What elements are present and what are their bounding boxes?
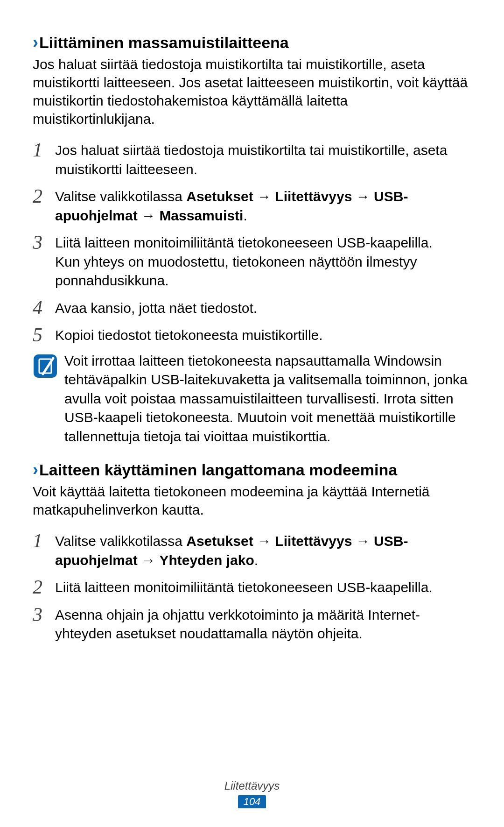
note-icon [33,352,61,446]
footer-page-number: 104 [238,795,266,808]
section2-step-3: 3 Asenna ohjain ja ohjattu verkkotoimint… [33,604,471,643]
section2-heading-text: Laitteen käyttäminen langattomana modeem… [39,461,397,479]
step-number: 1 [33,530,55,570]
step-body: Asenna ohjain ja ohjattu verkkotoiminto … [55,604,471,643]
section1-note: Voit irrottaa laitteen tietokoneesta nap… [33,352,471,446]
section1-intro: Jos haluat siirtää tiedostoja muistikort… [33,55,471,128]
arrow-text: → [138,208,160,223]
section2-heading: › Laitteen käyttäminen langattomana mode… [33,460,471,480]
section1-step-1: 1 Jos haluat siirtää tiedostoja muistiko… [33,139,471,179]
section1-heading-text: Liittäminen massamuistilaitteena [39,34,289,52]
section1-heading: › Liittäminen massamuistilaitteena [33,33,471,52]
bold-part: Asetukset [186,189,253,204]
step-body: Kopioi tiedostot tietokoneesta muistikor… [55,324,471,345]
step-number: 3 [33,604,55,643]
step-number: 3 [33,232,55,290]
step-number: 1 [33,139,55,179]
step-pre: Valitse valikkotilassa [55,533,186,549]
section1-step-5: 5 Kopioi tiedostot tietokoneesta muistik… [33,324,471,345]
section2-step-1: 1 Valitse valikkotilassa Asetukset → Lii… [33,530,471,570]
arrow-text: → [253,189,275,204]
section1-step-3: 3 Liitä laitteen monitoimiliitäntä tieto… [33,232,471,290]
step-body: Liitä laitteen monitoimiliitäntä tietoko… [55,576,471,597]
section2-step-2: 2 Liitä laitteen monitoimiliitäntä tieto… [33,576,471,597]
chevron-icon: › [33,33,36,52]
step-number: 2 [33,576,55,597]
bold-part: Liitettävyys [275,533,352,549]
step-body: Valitse valikkotilassa Asetukset → Liite… [55,530,471,570]
section1-step-2: 2 Valitse valikkotilassa Asetukset → Lii… [33,185,471,225]
section1-step-4: 4 Avaa kansio, jotta näet tiedostot. [33,297,471,318]
bold-part: Asetukset [186,533,253,549]
arrow-text: → [138,552,160,568]
bold-part: Liitettävyys [275,189,352,204]
step-body: Jos haluat siirtää tiedostoja muistikort… [55,139,471,179]
arrow-text: → [352,189,374,204]
step-body: Valitse valikkotilassa Asetukset → Liite… [55,185,471,225]
arrow-text: → [253,533,275,549]
bold-part: Yhteyden jako [159,552,254,568]
chevron-icon: › [33,460,36,480]
step-number: 4 [33,297,55,318]
step-body: Liitä laitteen monitoimiliitäntä tietoko… [55,232,471,290]
footer-label: Liitettävyys [0,779,504,792]
step-pre: Valitse valikkotilassa [55,189,186,204]
note-body: Voit irrottaa laitteen tietokoneesta nap… [61,352,471,446]
step-number: 2 [33,185,55,225]
bold-part: Massamuisti [159,208,243,223]
step-body: Avaa kansio, jotta näet tiedostot. [55,297,471,318]
section2-intro: Voit käyttää laitetta tietokoneen modeem… [33,482,471,519]
step-number: 5 [33,324,55,345]
step-line: Kun yhteys on muodostettu, tietokoneen n… [55,254,417,289]
page: › Liittäminen massamuistilaitteena Jos h… [0,0,504,827]
page-footer: Liitettävyys 104 [0,779,504,808]
step-line: Liitä laitteen monitoimiliitäntä tietoko… [55,235,433,250]
arrow-text: → [352,533,374,549]
